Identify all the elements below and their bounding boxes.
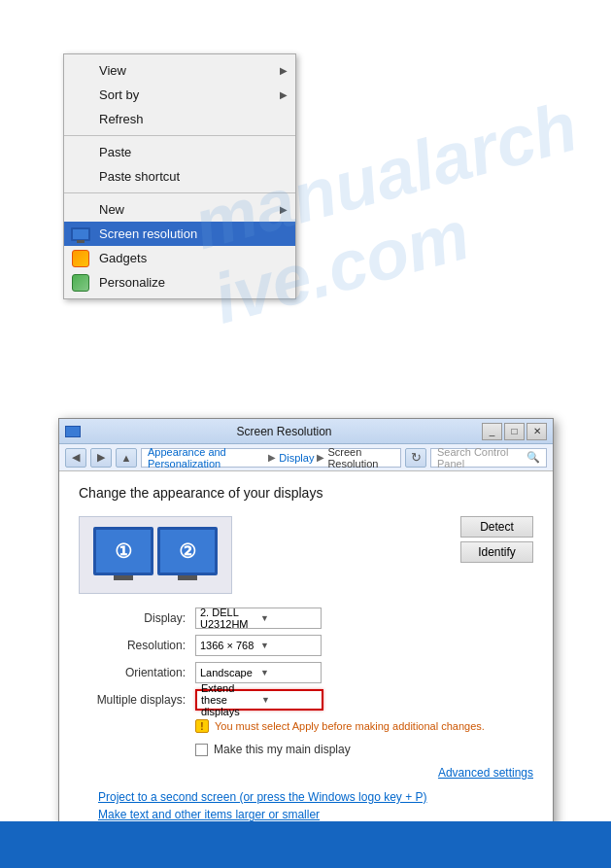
warning-text: You must select Apply before making addi… xyxy=(215,720,485,732)
settings-form: Display: 2. DELL U2312HM ▼ Resolution: 1… xyxy=(79,608,533,711)
window-icon xyxy=(65,426,81,437)
multiple-displays-dropdown[interactable]: Extend these displays ▼ xyxy=(195,689,323,711)
orientation-value: Landscape xyxy=(200,667,256,678)
taskbar xyxy=(0,821,611,868)
main-display-row: Make this my main display xyxy=(79,740,533,759)
address-bar: ◀ ▶ ▲ Appearance and Personalization ▶ D… xyxy=(59,444,553,471)
project-second-screen-link[interactable]: Project to a second screen (or press the… xyxy=(98,790,427,804)
path-part-1: Appearance and Personalization xyxy=(148,446,265,469)
display-label: Display: xyxy=(79,611,195,625)
arrow-icon-sort: ▶ xyxy=(280,89,288,100)
displays-area: ① ② Detect Identify xyxy=(79,516,533,594)
back-button[interactable]: ◀ xyxy=(65,448,86,468)
up-button[interactable]: ▲ xyxy=(116,448,137,468)
forward-button[interactable]: ▶ xyxy=(90,448,112,468)
display-dropdown[interactable]: 2. DELL U2312HM ▼ xyxy=(195,608,322,629)
resolution-row: Resolution: 1366 × 768 ▼ xyxy=(79,635,533,656)
monitor-1-number: ① xyxy=(115,539,132,563)
multiple-displays-row: Multiple displays: Extend these displays… xyxy=(79,689,533,711)
window-title: Screen Resolution xyxy=(86,425,482,438)
arrow-icon-new: ▶ xyxy=(280,204,288,215)
multiple-displays-label: Multiple displays: xyxy=(79,693,195,707)
path-sep-2: ▶ xyxy=(317,452,324,463)
menu-item-sort-by[interactable]: Sort by ▶ xyxy=(64,83,295,107)
warning-row: ! You must select Apply before making ad… xyxy=(79,716,533,736)
arrow-icon-view: ▶ xyxy=(280,65,288,76)
menu-label-screen-resolution: Screen resolution xyxy=(99,226,197,241)
orientation-dropdown[interactable]: Landscape ▼ xyxy=(195,662,322,683)
path-part-2: Display xyxy=(279,452,314,464)
display-arrow-icon: ▼ xyxy=(260,613,317,623)
link-row-1: Project to a second screen (or press the… xyxy=(79,788,533,806)
monitors-wrapper: ① ② xyxy=(79,516,232,594)
menu-label-sort-by: Sort by xyxy=(99,87,139,102)
menu-label-gadgets: Gadgets xyxy=(99,251,147,265)
menu-label-paste-shortcut: Paste shortcut xyxy=(99,169,180,184)
main-display-label: Make this my main display xyxy=(214,743,351,756)
gadgets-icon xyxy=(70,248,91,269)
display-value: 2. DELL U2312HM xyxy=(200,607,256,630)
warning-icon: ! xyxy=(195,719,209,733)
menu-label-view: View xyxy=(99,63,126,78)
search-icon: 🔍 xyxy=(526,451,540,464)
close-button[interactable]: ✕ xyxy=(526,423,547,440)
monitor-2[interactable]: ② xyxy=(157,527,218,575)
menu-label-new: New xyxy=(99,202,124,217)
maximize-button[interactable]: □ xyxy=(504,423,525,440)
menu-item-paste-shortcut[interactable]: Paste shortcut xyxy=(64,164,295,189)
orientation-label: Orientation: xyxy=(79,666,195,679)
menu-item-screen-resolution[interactable]: Screen resolution xyxy=(64,222,295,246)
refresh-button[interactable]: ↻ xyxy=(405,448,426,468)
advanced-settings-link[interactable]: Advanced settings xyxy=(438,766,533,780)
resolution-label: Resolution: xyxy=(79,639,195,652)
titlebar: Screen Resolution _ □ ✕ xyxy=(59,419,553,444)
path-sep-1: ▶ xyxy=(268,452,276,463)
multiple-displays-arrow-icon: ▼ xyxy=(261,695,318,705)
detect-identify-buttons: Detect Identify xyxy=(460,516,533,563)
separator-2 xyxy=(64,192,295,193)
window-controls: _ □ ✕ xyxy=(482,423,547,440)
main-display-checkbox[interactable] xyxy=(195,744,208,756)
monitor-2-number: ② xyxy=(179,539,196,563)
menu-item-new[interactable]: New ▶ xyxy=(64,197,295,222)
menu-label-paste: Paste xyxy=(99,145,131,159)
menu-item-personalize[interactable]: Personalize xyxy=(64,270,295,295)
resolution-dropdown[interactable]: 1366 × 768 ▼ xyxy=(195,635,322,656)
minimize-button[interactable]: _ xyxy=(482,423,502,440)
menu-item-paste[interactable]: Paste xyxy=(64,140,295,164)
multiple-displays-value: Extend these displays xyxy=(201,682,257,717)
text-size-link[interactable]: Make text and other items larger or smal… xyxy=(98,808,320,821)
sr-heading: Change the appearance of your displays xyxy=(79,485,533,501)
detect-button[interactable]: Detect xyxy=(460,516,533,538)
search-box[interactable]: Search Control Panel 🔍 xyxy=(430,448,547,468)
orientation-row: Orientation: Landscape ▼ xyxy=(79,662,533,683)
sr-content-area: Change the appearance of your displays ①… xyxy=(59,471,553,858)
menu-label-personalize: Personalize xyxy=(99,275,165,290)
resolution-value: 1366 × 768 xyxy=(200,640,256,651)
screen-icon xyxy=(70,224,91,245)
personalize-icon xyxy=(70,272,91,294)
monitor-1[interactable]: ① xyxy=(93,527,153,575)
search-placeholder: Search Control Panel xyxy=(437,446,523,469)
context-menu: View ▶ Sort by ▶ Refresh Paste Paste sho… xyxy=(63,53,296,299)
menu-item-gadgets[interactable]: Gadgets xyxy=(64,246,295,270)
separator-1 xyxy=(64,135,295,136)
menu-item-view[interactable]: View ▶ xyxy=(64,58,295,83)
address-path[interactable]: Appearance and Personalization ▶ Display… xyxy=(141,448,401,468)
menu-item-refresh[interactable]: Refresh xyxy=(64,107,295,131)
path-part-3: Screen Resolution xyxy=(327,446,394,469)
menu-label-refresh: Refresh xyxy=(99,112,144,126)
orientation-arrow-icon: ▼ xyxy=(260,668,317,677)
resolution-arrow-icon: ▼ xyxy=(260,641,317,650)
advanced-row: Advanced settings xyxy=(79,763,533,782)
screen-resolution-window: Screen Resolution _ □ ✕ ◀ ▶ ▲ Appearance… xyxy=(58,418,554,868)
identify-button[interactable]: Identify xyxy=(460,541,533,563)
monitors: ① ② xyxy=(93,527,218,575)
display-row: Display: 2. DELL U2312HM ▼ xyxy=(79,608,533,629)
